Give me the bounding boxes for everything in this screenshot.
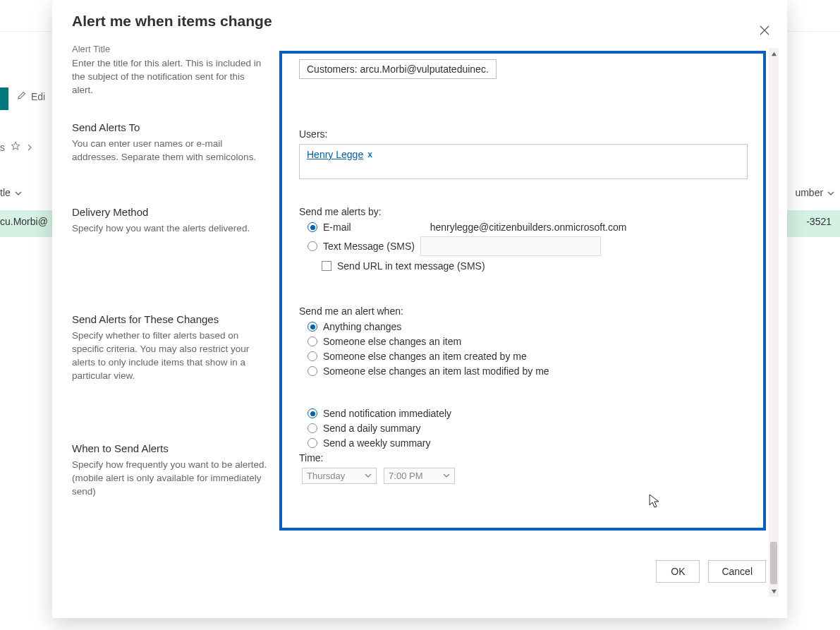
bg-edit-label: Edi [31, 91, 45, 102]
send-to-head: Send Alerts To [72, 121, 268, 133]
alert-when-option-label: Anything changes [323, 321, 401, 332]
time-day-value: Thursday [307, 471, 345, 481]
alert-when-option-0[interactable]: Anything changes [308, 321, 753, 332]
bg-column-number[interactable]: umber [795, 187, 834, 198]
bg-edit-button[interactable]: Edi [17, 90, 45, 102]
radio-icon [308, 322, 317, 332]
when-send-option-label: Send notification immediately [323, 408, 451, 419]
send-by-email-label: E-mail [323, 222, 351, 233]
time-day-select[interactable]: Thursday [302, 468, 377, 484]
alert-title-input[interactable]: Customers: arcu.Morbi@vulputateduinec. [299, 59, 497, 79]
user-chip: Henry Legge x [307, 149, 372, 160]
radio-icon [308, 222, 317, 232]
bg-accent-stub [0, 87, 8, 110]
radio-icon [308, 241, 317, 251]
send-url-sms-checkbox[interactable]: Send URL in text message (SMS) [322, 260, 753, 272]
cancel-button[interactable]: Cancel [708, 560, 766, 583]
send-by-sms-option[interactable]: Text Message (SMS) [308, 236, 753, 256]
alert-when-option-2[interactable]: Someone else changes an item created by … [308, 351, 753, 362]
alert-title-head: Alert Title [72, 44, 268, 54]
user-chip-name[interactable]: Henry Legge [307, 149, 363, 160]
alert-title-desc: Enter the title for this alert. This is … [72, 57, 268, 97]
star-icon [11, 141, 20, 153]
when-send-option-0[interactable]: Send notification immediately [308, 408, 753, 419]
when-desc: Specify how frequently you want to be al… [72, 459, 268, 499]
send-to-desc: You can enter user names or e-mail addre… [72, 138, 268, 164]
radio-icon [308, 366, 317, 376]
alert-dialog: Alert me when items change Alert Title E… [52, 0, 787, 618]
bg-col-title-label: tle [0, 187, 11, 198]
left-column: Alert Title Enter the title for this ale… [61, 38, 279, 597]
bg-star-row: s [0, 141, 33, 153]
radio-icon [308, 438, 317, 448]
time-hour-select[interactable]: 7:00 PM [384, 468, 454, 484]
when-send-option-label: Send a daily summary [323, 423, 421, 434]
scrollbar-thumb[interactable] [770, 542, 777, 584]
checkbox-icon [322, 261, 331, 271]
sms-number-input[interactable] [420, 236, 601, 256]
when-head: When to Send Alerts [72, 442, 268, 454]
send-by-email-option[interactable]: E-mail henrylegge@citizenbuilders.onmicr… [308, 222, 753, 233]
time-label: Time: [299, 452, 753, 464]
alert-when-option-3[interactable]: Someone else changes an item last modifi… [308, 365, 753, 377]
close-icon [760, 25, 769, 37]
alert-when-option-label: Someone else changes an item created by … [323, 351, 527, 362]
alert-when-option-label: Someone else changes an item last modifi… [323, 365, 549, 377]
when-send-option-1[interactable]: Send a daily summary [308, 423, 753, 434]
time-hour-value: 7:00 PM [389, 471, 422, 481]
pencil-icon [17, 90, 27, 102]
send-by-label: Send me alerts by: [299, 206, 753, 217]
changes-head: Send Alerts for These Changes [72, 313, 268, 325]
user-chip-remove[interactable]: x [367, 150, 372, 159]
radio-icon [308, 423, 317, 433]
changes-desc: Specify whether to filter alerts based o… [72, 329, 268, 383]
users-people-picker[interactable]: Henry Legge x [299, 144, 748, 179]
chevron-down-icon [443, 471, 450, 481]
vertical-scrollbar[interactable] [769, 48, 779, 597]
delivery-desc: Specify how you want the alerts delivere… [72, 222, 268, 236]
alert-when-label: Send me an alert when: [299, 305, 753, 317]
bg-col-number-label: umber [795, 187, 823, 198]
scroll-down-arrow[interactable] [769, 586, 779, 597]
chevron-right-icon [26, 142, 33, 153]
radio-icon [308, 337, 317, 346]
radio-icon [308, 351, 317, 361]
users-label: Users: [299, 128, 753, 140]
send-by-email-address: henrylegge@citizenbuilders.onmicrosoft.c… [430, 222, 627, 233]
cursor-icon [649, 494, 660, 511]
scroll-up-arrow[interactable] [769, 48, 779, 59]
alert-when-option-1[interactable]: Someone else changes an item [308, 336, 753, 347]
chevron-down-icon [365, 471, 372, 481]
bg-star-prefix: s [0, 142, 5, 153]
bg-row-cell-left: cu.Morbi@ [0, 216, 48, 227]
when-send-option-label: Send a weekly summary [323, 437, 431, 449]
bg-column-title[interactable]: tle [0, 187, 22, 198]
dialog-title: Alert me when items change [72, 13, 272, 30]
send-by-sms-label: Text Message (SMS) [323, 241, 415, 252]
ok-button[interactable]: OK [656, 560, 700, 583]
bg-row-cell-right: -3521 [806, 216, 832, 227]
radio-icon [308, 408, 317, 418]
alert-when-option-label: Someone else changes an item [323, 336, 461, 347]
when-send-option-2[interactable]: Send a weekly summary [308, 437, 753, 449]
send-url-sms-label: Send URL in text message (SMS) [337, 260, 485, 272]
form-panel-highlight: Customers: arcu.Morbi@vulputateduinec. U… [279, 51, 766, 531]
delivery-head: Delivery Method [72, 206, 268, 218]
